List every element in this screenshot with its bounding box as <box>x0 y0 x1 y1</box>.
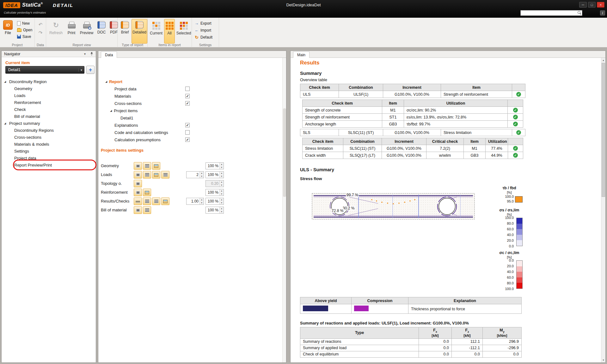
spin-up-icon[interactable]: ▲ <box>220 172 224 175</box>
spin-down-icon[interactable]: ▼ <box>220 166 224 169</box>
scrollbar-thumb[interactable] <box>283 108 286 197</box>
tree-item-check[interactable]: Check <box>2 106 96 113</box>
loads-count-spinner[interactable]: 2 ▲▼ <box>186 171 204 178</box>
brief-button[interactable]: Brief <box>119 19 131 44</box>
maximize-button[interactable]: □ <box>588 2 596 8</box>
spin-up-icon[interactable]: ▲ <box>220 163 224 166</box>
search-icon[interactable] <box>577 11 581 15</box>
picture-toggle-button[interactable] <box>152 162 160 170</box>
doc-export-button[interactable]: DOC <box>95 19 107 44</box>
preview-button[interactable]: Preview <box>78 19 95 44</box>
add-item-button[interactable]: + <box>86 66 95 74</box>
tree-item-discontinuity-regions[interactable]: Discontinuity Regions <box>2 127 96 134</box>
line-style-toggle-button[interactable] <box>134 197 142 205</box>
table-toggle-button[interactable] <box>143 197 151 205</box>
expander-icon[interactable]: ◢ <box>110 109 112 112</box>
report-item-detail1[interactable]: Detail1 <box>98 114 282 122</box>
detailed-button[interactable]: Detailed <box>132 19 147 44</box>
table-toggle-button[interactable] <box>143 206 151 214</box>
spin-down-icon[interactable]: ▼ <box>200 201 204 204</box>
report-tree-root[interactable]: ◢ Report <box>98 78 282 85</box>
main-scrollbar[interactable]: ▲ ▼ <box>601 58 605 362</box>
spin-up-icon[interactable]: ▲ <box>220 207 224 210</box>
spin-down-icon[interactable]: ▼ <box>220 201 224 204</box>
tree-item-cross-sections[interactable]: Cross-sections <box>2 134 96 141</box>
results-count-spinner[interactable]: 1.00 ▲▼ <box>186 198 204 205</box>
current-item-combobox[interactable]: Detail1 ▾ <box>5 66 84 74</box>
reinforcement-scale-spinner[interactable]: 100 % ▲▼ <box>205 189 224 196</box>
spin-up-icon[interactable]: ▲ <box>200 172 204 175</box>
spin-down-icon[interactable]: ▼ <box>220 175 224 178</box>
file-button[interactable]: ID File <box>2 20 14 35</box>
open-button[interactable]: Open <box>16 27 34 33</box>
scrollbar-thumb[interactable] <box>602 63 605 197</box>
all-button[interactable]: All <box>164 19 175 44</box>
calculation-presumptions-checkbox[interactable] <box>185 137 190 142</box>
tree-item-reinforcement[interactable]: Reinforcement <box>2 99 96 106</box>
spin-up-icon[interactable]: ▲ <box>200 198 204 201</box>
tree-item-loads[interactable]: Loads <box>2 92 96 99</box>
default-button[interactable]: ↻Default <box>193 34 214 40</box>
minimize-button[interactable]: ─ <box>579 2 587 8</box>
spin-down-icon[interactable]: ▼ <box>200 175 204 178</box>
navigator-dropdown-icon[interactable]: ▾ <box>84 52 86 56</box>
scroll-up-button[interactable]: ▲ <box>601 58 605 63</box>
refresh-button[interactable]: ↻ Refresh <box>47 19 64 44</box>
redo-button[interactable]: ↷ <box>37 30 44 36</box>
spin-up-icon[interactable]: ▲ <box>220 198 224 201</box>
spin-down-icon[interactable]: ▼ <box>220 192 224 196</box>
table-toggle-button-2[interactable] <box>152 197 160 205</box>
current-button[interactable]: Current <box>149 19 163 44</box>
materials-checkbox[interactable] <box>185 94 190 98</box>
new-button[interactable]: New <box>16 20 34 26</box>
drawing-toggle-button[interactable] <box>134 162 142 170</box>
picture-toggle-button[interactable] <box>152 171 160 179</box>
extra-table-toggle-button[interactable] <box>161 171 169 179</box>
tree-item-report-preview-print[interactable]: Report Preview/Print <box>2 161 96 168</box>
table-toggle-button[interactable] <box>143 162 151 170</box>
spin-down-icon[interactable]: ▼ <box>220 210 224 213</box>
tree-item-settings[interactable]: Settings <box>2 148 96 155</box>
tree-node-discontinuity-region[interactable]: ◢ Discontinuity Region <box>2 78 96 85</box>
save-button[interactable]: Save <box>16 33 34 39</box>
drawing-toggle-button[interactable] <box>134 189 142 196</box>
tab-main[interactable]: Main <box>293 52 310 58</box>
geometry-scale-spinner[interactable]: 100 % ▲▼ <box>205 162 224 169</box>
table-toggle-button[interactable] <box>143 171 151 179</box>
picture-toggle-button[interactable] <box>161 197 169 205</box>
close-button[interactable]: × <box>597 2 604 8</box>
expander-icon[interactable]: ◢ <box>4 80 9 83</box>
bill-scale-spinner[interactable]: 100 % ▲▼ <box>205 207 224 214</box>
legend-tick: 40.0 <box>501 270 514 274</box>
drawing-toggle-button[interactable] <box>134 171 142 179</box>
expander-icon[interactable]: ◢ <box>4 122 9 125</box>
data-panel-scrollbar[interactable] <box>282 58 286 362</box>
selected-button[interactable]: Selected <box>175 19 192 44</box>
tree-node-project-summary[interactable]: ◢ Project summary <box>2 120 96 127</box>
info-button[interactable]: i <box>600 10 605 15</box>
scroll-down-button[interactable]: ▼ <box>601 358 605 362</box>
print-button[interactable]: Print <box>65 19 78 44</box>
tree-item-bill-of-material[interactable]: Bill of material <box>2 113 96 120</box>
tree-item-project-data[interactable]: Project data <box>2 155 96 161</box>
drawing-toggle-button[interactable] <box>134 180 142 187</box>
export-button[interactable]: →Export <box>193 20 214 26</box>
drawing-toggle-button[interactable] <box>134 206 142 214</box>
code-settings-checkbox[interactable] <box>185 130 190 135</box>
explanations-checkbox[interactable] <box>185 123 190 127</box>
search-input[interactable] <box>521 11 577 15</box>
expander-icon[interactable]: ◢ <box>105 80 107 83</box>
spin-up-icon[interactable]: ▲ <box>220 189 224 192</box>
project-data-checkbox[interactable] <box>185 87 190 91</box>
picture-toggle-button[interactable] <box>143 189 151 196</box>
tree-item-geometry[interactable]: Geometry <box>2 85 96 92</box>
loads-scale-spinner[interactable]: 100 % ▲▼ <box>205 171 224 178</box>
tree-item-materials-models[interactable]: Materials & models <box>2 141 96 148</box>
cross-sections-checkbox[interactable] <box>185 101 190 106</box>
pin-icon[interactable] <box>90 52 93 56</box>
report-item-project-items[interactable]: ◢ Project items <box>98 107 282 114</box>
tab-data[interactable]: Data <box>101 52 117 58</box>
import-button[interactable]: ←Import <box>193 27 214 33</box>
results-scale-spinner[interactable]: 100 % ▲▼ <box>205 198 224 205</box>
undo-button[interactable]: ↶ <box>37 21 44 28</box>
